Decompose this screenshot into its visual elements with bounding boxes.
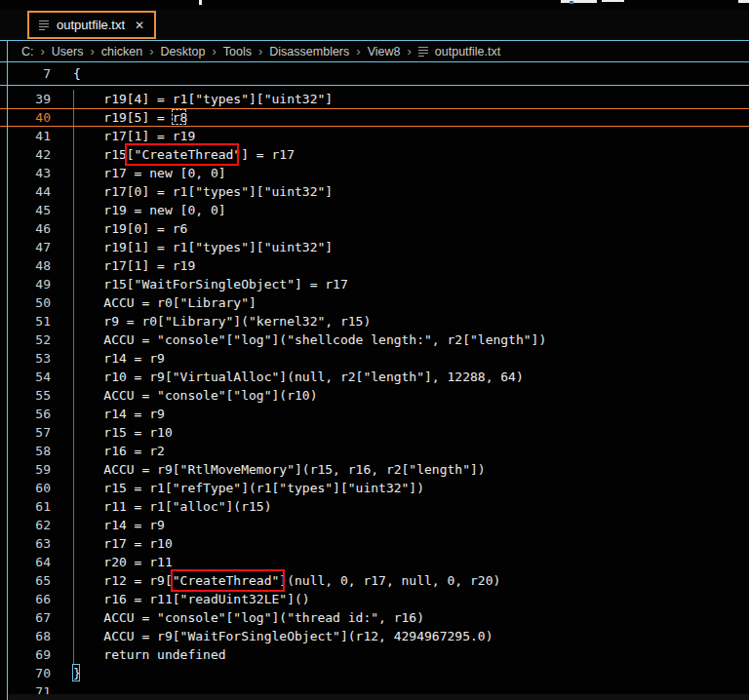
- code-line[interactable]: 39 r19[4] = r1["types"]["uint32"]: [0, 90, 749, 108]
- code-line[interactable]: 55 ACCU = "console"["log"](r10): [0, 386, 749, 405]
- code-text: r17[0] = r1["types"]["uint32"]: [73, 182, 333, 201]
- code-line[interactable]: 56 r14 = r9: [0, 405, 749, 423]
- cutoff-text-fragment: [570, 1, 573, 4]
- code-text: ACCU = "console"["log"]("shellcode lengt…: [73, 331, 546, 349]
- code-text: r14 = r9: [73, 405, 165, 423]
- file-lines-icon: [39, 19, 50, 30]
- code-text: r17 = r10: [73, 534, 173, 553]
- chevron-right-icon: ›: [41, 44, 45, 58]
- code-line[interactable]: 53 r14 = r9: [0, 349, 749, 368]
- chevron-right-icon: ›: [91, 44, 95, 58]
- code-line[interactable]: 40 r19[5] = r8: [0, 108, 749, 127]
- code-line[interactable]: 61 r11 = r1["alloc"](r15): [0, 497, 749, 516]
- breadcrumb-item[interactable]: chicken: [101, 45, 142, 58]
- breadcrumb-file[interactable]: outputfile.txt: [418, 45, 500, 58]
- cutoff-text-fragment: [199, 0, 202, 5]
- code-line[interactable]: 50 ACCU = r0["Library"]: [0, 293, 749, 312]
- code-line[interactable]: 60 r15 = r1["refType"](r1["types"]["uint…: [0, 479, 749, 497]
- code-line[interactable]: 62 r14 = r9: [0, 516, 749, 534]
- breadcrumb-item[interactable]: Tools: [223, 45, 252, 58]
- code-text: r15["CreateThread"] = r17: [73, 145, 295, 164]
- code-line[interactable]: 65 r12 = r9["CreateThread"](null, 0, r17…: [0, 571, 749, 590]
- code-line[interactable]: 49 r15["WaitForSingleObject"] = r17: [0, 275, 749, 293]
- code-text: r12 = r9["CreateThread"](null, 0, r17, n…: [73, 571, 500, 590]
- cut-off-window-strip: [0, 0, 749, 10]
- code-text: r17 = new [0, 0]: [73, 164, 226, 182]
- code-line[interactable]: 66 r16 = r11["readUint32LE"](): [0, 590, 749, 608]
- cutoff-text-fragment: [602, 0, 624, 2]
- code-text: return undefined: [73, 645, 226, 664]
- code-text: }: [73, 664, 81, 682]
- chevron-right-icon: ›: [212, 44, 216, 58]
- code-text: {: [73, 66, 81, 81]
- code-text: ACCU = "console"["log"](r10): [73, 386, 317, 405]
- code-line[interactable]: 64 r20 = r11: [0, 553, 749, 571]
- chevron-right-icon: ›: [149, 44, 153, 58]
- code-text: r17[1] = r19: [73, 256, 195, 275]
- breadcrumb: C:›Users›chicken›Desktop›Tools›Disassemb…: [0, 40, 749, 61]
- code-text: r17[1] = r19: [73, 127, 195, 145]
- code-line[interactable]: 58 r16 = r2: [0, 442, 749, 460]
- code-line[interactable]: 42 r15["CreateThread"] = r17: [0, 145, 749, 164]
- code-text: r19[0] = r6: [73, 219, 187, 238]
- tab-outputfile[interactable]: outputfile.txt ✕: [27, 11, 156, 39]
- code-text: ACCU = r9["RtlMoveMemory"](r15, r16, r2[…: [73, 460, 486, 479]
- code-text: r19[1] = r1["types"]["uint32"]: [73, 238, 333, 256]
- close-icon[interactable]: ✕: [135, 19, 144, 31]
- code-text: r19 = new [0, 0]: [73, 201, 226, 219]
- code-text: r16 = r11["readUint32LE"](): [73, 590, 310, 608]
- bracket-match-box: [72, 664, 80, 681]
- code-text: ACCU = "console"["log"]("thread id:", r1…: [73, 608, 424, 627]
- word-highlight-box: [172, 109, 187, 125]
- breadcrumb-item[interactable]: C:: [21, 45, 34, 58]
- code-line[interactable]: 70}: [0, 664, 749, 682]
- chevron-right-icon: ›: [407, 44, 411, 58]
- code-line[interactable]: 67 ACCU = "console"["log"]("thread id:",…: [0, 608, 749, 627]
- code-line[interactable]: 51 r9 = r0["Library"]("kernel32", r15): [0, 312, 749, 331]
- code-text: r15["WaitForSingleObject"] = r17: [73, 275, 348, 293]
- code-text: r19[4] = r1["types"]["uint32"]: [73, 90, 333, 108]
- code-text: ACCU = r9["WaitForSingleObject"](r12, 42…: [73, 627, 493, 645]
- code-line[interactable]: 59 ACCU = r9["RtlMoveMemory"](r15, r16, …: [0, 460, 749, 479]
- code-text: r14 = r9: [73, 349, 165, 368]
- breadcrumb-item[interactable]: Disassemblers: [269, 45, 349, 58]
- code-line[interactable]: 57 r15 = r10: [0, 423, 749, 442]
- code-line[interactable]: 43 r17 = new [0, 0]: [0, 164, 749, 182]
- breadcrumb-file-label: outputfile.txt: [435, 45, 500, 58]
- editor[interactable]: 39 r19[4] = r1["types"]["uint32"]40 r19[…: [0, 86, 749, 700]
- code-line[interactable]: 69 return undefined: [0, 645, 749, 664]
- code-line[interactable]: 41 r17[1] = r19: [0, 127, 749, 145]
- code-text: r11 = r1["alloc"](r15): [73, 497, 272, 516]
- code-text: r9 = r0["Library"]("kernel32", r15): [73, 312, 371, 331]
- tab-label: outputfile.txt: [57, 18, 125, 32]
- horizontal-scrollbar[interactable]: [8, 694, 749, 700]
- code-text: r15 = r1["refType"](r1["types"]["uint32"…: [73, 479, 424, 497]
- editor-left-border: [7, 40, 8, 700]
- code-text: r19[5] = r8: [73, 109, 187, 126]
- code-line[interactable]: 45 r19 = new [0, 0]: [0, 201, 749, 219]
- code-line[interactable]: 47 r19[1] = r1["types"]["uint32"]: [0, 238, 749, 256]
- code-text: r10 = r9["VirtualAlloc"](null, r2["lengt…: [73, 368, 524, 386]
- code-text: r14 = r9: [73, 516, 165, 534]
- breadcrumb-item[interactable]: View8: [368, 45, 401, 58]
- code-line[interactable]: 44 r17[0] = r1["types"]["uint32"]: [0, 182, 749, 201]
- red-annotation-box: [171, 569, 285, 592]
- chevron-right-icon: ›: [356, 44, 360, 58]
- cutoff-text-fragment: [561, 0, 597, 3]
- code-line[interactable]: 63 r17 = r10: [0, 534, 749, 553]
- code-line[interactable]: 48 r17[1] = r19: [0, 256, 749, 275]
- code-line[interactable]: 52 ACCU = "console"["log"]("shellcode le…: [0, 331, 749, 349]
- breadcrumb-item[interactable]: Users: [52, 45, 84, 58]
- code-text: r16 = r2: [73, 442, 165, 460]
- breadcrumb-item[interactable]: Desktop: [161, 45, 206, 58]
- code-line[interactable]: 46 r19[0] = r6: [0, 219, 749, 238]
- code-line[interactable]: 54 r10 = r9["VirtualAlloc"](null, r2["le…: [0, 368, 749, 386]
- code-text: r20 = r11: [73, 553, 173, 571]
- cutoff-text-fragment: [738, 0, 749, 3]
- tab-bar: outputfile.txt ✕: [0, 10, 749, 40]
- code-text: ACCU = r0["Library"]: [73, 293, 256, 312]
- red-annotation-box: [125, 143, 239, 166]
- sticky-scroll-line[interactable]: 7 {: [0, 61, 749, 86]
- code-line[interactable]: 68 ACCU = r9["WaitForSingleObject"](r12,…: [0, 627, 749, 645]
- code-text: r15 = r10: [73, 423, 173, 442]
